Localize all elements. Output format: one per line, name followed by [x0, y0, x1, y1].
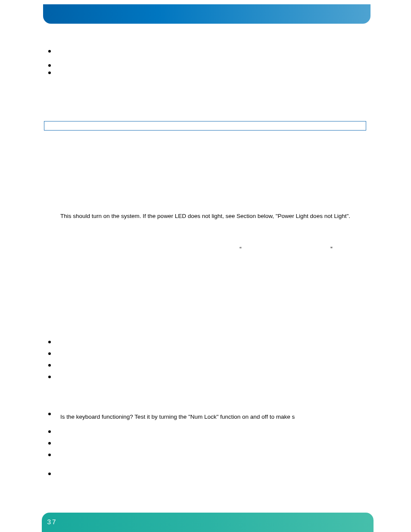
- bullet-icon: [48, 454, 51, 456]
- bullet-icon: [48, 64, 51, 67]
- bullet-list-1: [48, 50, 51, 74]
- bullet-icon: [48, 442, 51, 445]
- bullet-icon: [48, 352, 51, 355]
- section-box: [44, 121, 366, 131]
- bullet-icon: [48, 413, 51, 415]
- header-banner: [43, 4, 371, 24]
- bullet-icon: [48, 430, 51, 433]
- bullet-list-2: [48, 341, 51, 378]
- open-quote-glyph: “: [240, 246, 242, 252]
- bullet-icon: [48, 473, 51, 475]
- bullet-icon: [48, 72, 51, 74]
- body-paragraph-power-led: This should turn on the system. If the p…: [60, 213, 362, 219]
- bullet-list-3-lead: [48, 413, 51, 415]
- page-number: 37: [47, 519, 57, 526]
- bullet-icon: [48, 341, 51, 343]
- close-quote-glyph: ”: [330, 246, 333, 252]
- document-page: This should turn on the system. If the p…: [0, 0, 411, 532]
- bullet-icon: [48, 50, 51, 53]
- body-paragraph-keyboard: Is the keyboard functioning? Test it by …: [60, 414, 353, 420]
- bullet-icon: [48, 364, 51, 367]
- bullet-list-3-tail: [48, 473, 51, 475]
- footer-banner: 37: [42, 513, 374, 532]
- bullet-list-3: [48, 430, 51, 456]
- bullet-icon: [48, 376, 51, 378]
